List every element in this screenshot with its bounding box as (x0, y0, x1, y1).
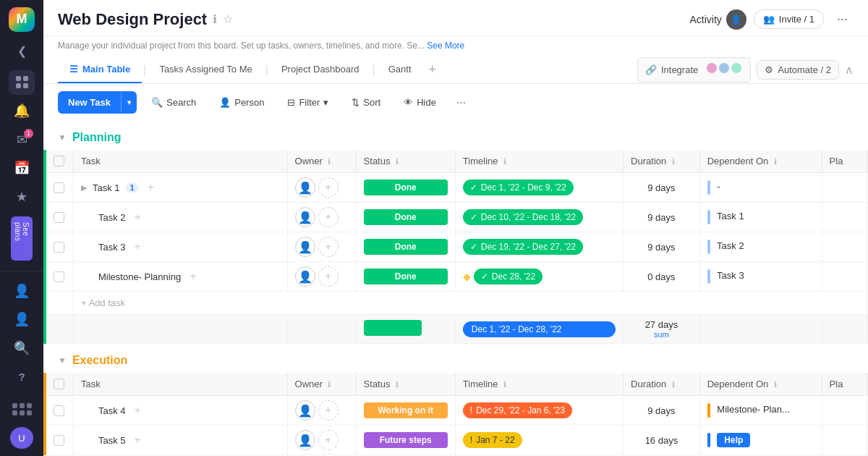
sidebar-item-inbox[interactable]: ✉ 1 (9, 127, 35, 152)
dependent-cell: Task 2 (699, 232, 822, 262)
status-cell[interactable]: Done (356, 203, 455, 232)
add-subtask-icon[interactable]: + (135, 240, 141, 253)
add-subtask-icon[interactable]: + (190, 270, 196, 283)
status-cell[interactable]: Future steps (356, 426, 455, 455)
select-all-checkbox[interactable] (54, 156, 64, 166)
dep-bar-indicator (707, 180, 710, 195)
add-owner-button[interactable]: + (318, 177, 339, 198)
hide-button[interactable]: 👁 Hide (395, 92, 445, 113)
collapse-sidebar-button[interactable]: ❮ (9, 39, 35, 64)
row-checkbox[interactable] (54, 212, 64, 223)
toolbar-more-button[interactable]: ··· (451, 93, 472, 112)
timeline-bar[interactable]: ✓ Dec 28, '22 (474, 269, 542, 284)
timeline-bar[interactable]: ✓ Dec 1, '22 - Dec 9, '22 (463, 180, 574, 195)
new-task-dropdown-arrow[interactable]: ▾ (121, 93, 137, 112)
tab-project-dashboard[interactable]: Project Dashboard (270, 56, 371, 83)
execution-collapse-icon[interactable]: ▼ (58, 355, 67, 366)
warning-icon: ! (470, 435, 472, 445)
add-owner-button[interactable]: + (318, 207, 339, 227)
star-project-icon[interactable]: ☆ (223, 12, 233, 26)
tab-main-table[interactable]: ☰ Main Table (58, 56, 142, 83)
see-more-link[interactable]: See More (427, 41, 464, 51)
add-owner-button[interactable]: + (318, 237, 339, 257)
summary-green-bar (364, 320, 422, 336)
search-button[interactable]: 🔍 Search (142, 92, 205, 113)
integrate-button[interactable]: 🔗 Integrate (637, 57, 751, 83)
page-header: Web Design Project ℹ ☆ Activity 👤 👥 Invi… (43, 0, 868, 36)
add-subtask-icon[interactable]: + (135, 404, 141, 417)
add-task-row[interactable]: + Add task (46, 292, 868, 315)
dependent-cell: Task 3 (699, 262, 822, 292)
status-badge[interactable]: Done (364, 209, 448, 225)
col-timeline-header: Timeline ℹ (455, 150, 623, 173)
status-badge[interactable]: Done (364, 180, 448, 195)
status-badge[interactable]: Future steps (364, 432, 448, 448)
add-subtask-icon[interactable]: + (135, 211, 141, 224)
status-badge[interactable]: Working on it (364, 402, 448, 418)
add-task-label[interactable]: + Add task (73, 292, 867, 315)
sidebar-item-help[interactable]: ? (9, 365, 35, 389)
header-left: Web Design Project ℹ ☆ (58, 10, 233, 29)
status-badge[interactable]: Done (364, 269, 448, 284)
table-row: Task 5 + 👤 + Futur (46, 426, 868, 455)
new-task-button[interactable]: New Task ▾ (58, 91, 137, 114)
row-checkbox[interactable] (54, 435, 64, 446)
invite-button[interactable]: 👥 Invite / 1 (754, 9, 824, 29)
expand-icon[interactable]: ▶ (81, 183, 87, 193)
timeline-bar[interactable]: ! Jan 7 - 22 (463, 432, 522, 448)
calendar-icon: 📅 (14, 160, 30, 176)
automate-icon: ⚙ (765, 64, 773, 75)
table-row: Task 4 + 👤 + Worki (46, 396, 868, 426)
timeline-bar[interactable]: ! Dec 29, '22 - Jan 6, '23 (463, 402, 572, 418)
sidebar-item-search[interactable]: 🔍 (9, 336, 35, 360)
header-more-button[interactable]: ··· (831, 9, 854, 30)
planning-group-header: ▼ Planning (43, 121, 868, 150)
planning-collapse-icon[interactable]: ▼ (58, 132, 67, 143)
planning-group: ▼ Planning Task Owner ℹ Status ℹ Timelin… (43, 121, 868, 344)
col-dependent-header: Dependent On ℹ (699, 150, 822, 173)
integrate-icon: 🔗 (645, 64, 657, 75)
sort-button[interactable]: ⇅ Sort (343, 92, 389, 113)
status-badge[interactable]: Done (364, 239, 448, 255)
sidebar-item-person[interactable]: 👤 (9, 279, 35, 303)
sidebar-item-calendar[interactable]: 📅 (9, 156, 35, 181)
task-name: Task 4 (98, 405, 126, 416)
app-logo[interactable]: M (9, 7, 35, 32)
person-button[interactable]: 👤 Person (210, 92, 273, 113)
add-owner-button[interactable]: + (318, 266, 339, 287)
timeline-bar[interactable]: ✓ Dec 10, '22 - Dec 18, '22 (463, 209, 583, 225)
select-all-checkbox[interactable] (54, 379, 64, 389)
status-cell[interactable]: Done (356, 173, 455, 203)
add-subtask-icon[interactable]: + (135, 434, 141, 447)
row-checkbox[interactable] (54, 242, 64, 253)
add-subtask-icon[interactable]: + (148, 181, 154, 194)
row-checkbox[interactable] (54, 271, 64, 282)
user-avatar[interactable]: U (10, 427, 33, 449)
status-cell[interactable]: Done (356, 232, 455, 262)
sidebar-item-add-person[interactable]: 👤 (9, 308, 35, 332)
activity-button[interactable]: Activity 👤 (690, 9, 746, 30)
info-icon[interactable]: ℹ (213, 12, 217, 26)
row-checkbox[interactable] (54, 405, 64, 416)
add-owner-button[interactable]: + (318, 430, 339, 450)
timeline-bar[interactable]: ✓ Dec 19, '22 - Dec 27, '22 (463, 239, 583, 255)
check-icon: ✓ (470, 182, 477, 193)
add-tab-button[interactable]: + (423, 58, 443, 82)
task-name: Task 3 (98, 242, 126, 253)
sidebar-item-notifications[interactable]: 🔔 (9, 99, 35, 124)
status-cell[interactable]: Working on it (356, 396, 455, 426)
tabs-collapse-icon[interactable]: ∧ (845, 63, 854, 77)
col-pla-header: Pla (822, 150, 867, 173)
status-cell[interactable]: Done (356, 262, 455, 292)
tab-tasks-assigned[interactable]: Tasks Assigned To Me (148, 56, 263, 83)
see-plans-button[interactable]: See plans (11, 216, 33, 261)
add-owner-button[interactable]: + (318, 400, 339, 421)
filter-button[interactable]: ⊟ Filter ▾ (278, 92, 337, 113)
row-checkbox[interactable] (54, 182, 64, 193)
task-name-cell: ▶ Task 1 1 + (73, 173, 287, 203)
owner-avatar: 👤 (295, 430, 315, 450)
sidebar-item-apps[interactable] (9, 70, 35, 95)
automate-button[interactable]: ⚙ Automate / 2 (757, 60, 839, 80)
sidebar-item-favorites[interactable]: ★ (9, 185, 35, 209)
tab-gantt[interactable]: Gantt (377, 56, 423, 83)
